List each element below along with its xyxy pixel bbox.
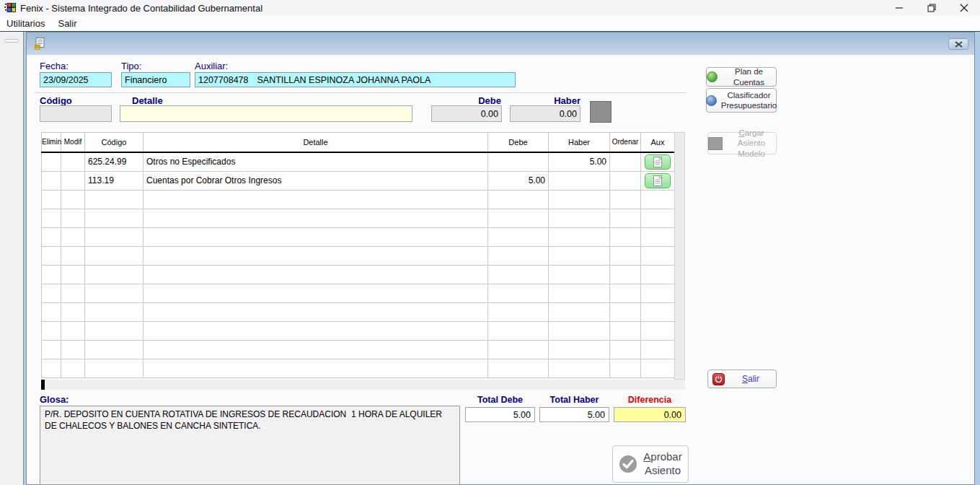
blue-sphere-icon [706,95,717,106]
total-haber-label: Total Haber [539,395,609,405]
cargar-asiento-modelo-button[interactable]: Cargar AsientoModelo [707,132,777,154]
child-close-icon[interactable] [948,38,968,50]
tipo-field[interactable]: Financiero [121,72,190,87]
add-line-button[interactable] [590,101,612,123]
header-haber: Haber [549,133,610,152]
detalle-entry-field[interactable] [120,105,412,122]
grid-header-row: Elimin Modif Código Detalle Debe Haber O… [42,133,675,152]
table-row-empty[interactable] [42,321,675,340]
restore-button[interactable] [915,0,948,16]
debe-entry-field[interactable]: 0.00 [431,105,502,122]
auxiliar-field[interactable]: 1207708478 SANTILLAN ESPINOZA JOHANNA PA… [195,72,516,87]
power-icon [712,373,725,385]
table-row-empty[interactable] [42,246,675,265]
table-row-empty[interactable] [42,302,675,321]
total-debe-field: 5.00 [465,407,535,422]
grid-vertical-scrollbar[interactable] [674,132,685,380]
table-row-empty[interactable] [42,227,675,246]
gray-square-icon [708,137,723,150]
table-row-empty[interactable] [42,265,675,284]
total-debe-label: Total Debe [465,395,535,405]
grid-horizontal-scrollbar[interactable] [41,380,685,390]
detalle-label: Detalle [132,95,163,106]
journal-document-icon [34,38,46,53]
table-row-empty[interactable] [42,284,675,302]
table-row[interactable]: 625.24.99 Otros no Especificados 5.00 [42,152,675,172]
table-row-empty[interactable] [42,190,675,209]
aux-button[interactable] [645,173,671,188]
check-circle-icon [619,455,637,473]
codigo-entry-field[interactable] [40,105,112,122]
application-window: Fenix - Sistema Integrado de Contabilida… [0,0,980,485]
table-row-empty[interactable] [42,340,675,359]
splitter-grip[interactable] [4,39,19,43]
total-haber-field: 5.00 [539,407,609,422]
left-toolbar-strip [0,32,24,485]
table-row-empty[interactable] [42,359,675,377]
table-row-empty[interactable] [42,209,675,227]
menu-salir[interactable]: Salir [51,17,83,30]
plan-de-cuentas-button[interactable]: Plan de Cuentas [706,67,777,87]
aux-button[interactable] [645,154,671,170]
header-elimin: Elimin [42,133,61,152]
diferencia-label: Diferencia [614,395,686,405]
close-button[interactable] [948,0,980,16]
aprobar-asiento-button[interactable]: AprobarAsiento [612,445,689,483]
header-debe: Debe [488,133,549,152]
green-sphere-icon [707,71,718,82]
diferencia-field: 0.00 [614,407,686,422]
menu-utilitarios[interactable]: Utilitarios [0,17,51,30]
salir-button[interactable]: Salir [707,370,777,388]
glosa-label: Glosa: [40,394,69,405]
tipo-label: Tipo: [121,61,141,71]
header-detalle: Detalle [144,133,488,152]
header-modif: Modif [61,133,85,152]
app-logo-icon [4,3,16,13]
header-codigo: Código [85,133,144,152]
codigo-label: Código [40,95,72,106]
title-bar: Fenix - Sistema Integrado de Contabilida… [0,0,980,16]
menu-bar: Utilitarios Salir [0,16,980,31]
header-ordenar: Ordenar [610,133,641,152]
glosa-textarea[interactable]: P/R. DEPOSITO EN CUENTA ROTATIVA DE INGR… [40,406,460,485]
window-title: Fenix - Sistema Integrado de Contabilida… [20,3,262,14]
table-row[interactable]: 113.19 Cuentas por Cobrar Otros Ingresos… [42,171,675,190]
haber-entry-field[interactable]: 0.00 [510,105,581,122]
scrollbar-thumb[interactable] [41,380,45,390]
clasificador-presupuestario-button[interactable]: ClasificadorPresupuestario [706,88,777,113]
haber-label: Haber [526,95,581,106]
child-title-bar [27,32,974,55]
minimize-button[interactable] [883,0,915,16]
header-aux: Aux [641,133,675,152]
debe-label: Debe [447,95,501,106]
form-separator [34,92,687,93]
fecha-label: Fecha: [40,61,69,71]
auxiliar-label: Auxiliar: [195,61,228,71]
fecha-field[interactable]: 23/09/2025 [40,72,112,87]
asiento-grid: Elimin Modif Código Detalle Debe Haber O… [41,132,675,378]
